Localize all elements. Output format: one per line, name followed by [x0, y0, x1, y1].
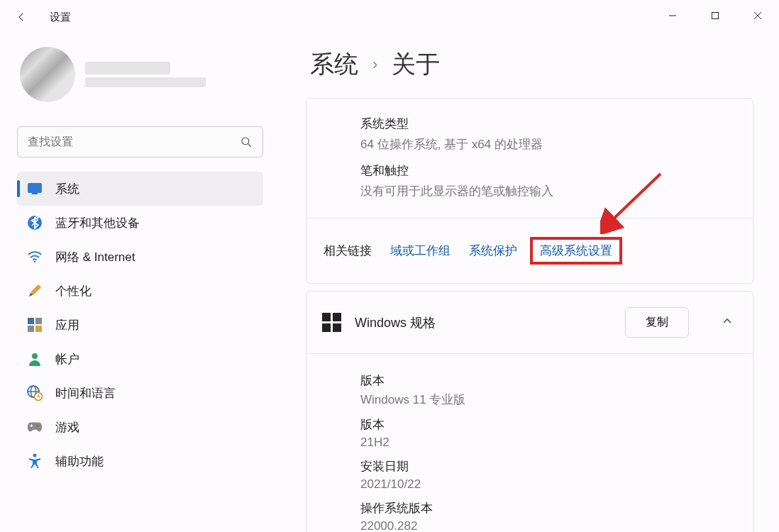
install-date-value: 2021/10/22 — [360, 477, 740, 492]
nav-personalize[interactable]: 个性化 — [17, 274, 263, 308]
svg-point-19 — [36, 425, 38, 426]
gamepad-icon — [27, 419, 43, 435]
window-title: 设置 — [50, 11, 71, 24]
close-icon — [753, 11, 762, 20]
nav-network[interactable]: 网络 & Internet — [17, 240, 263, 274]
breadcrumb-parent[interactable]: 系统 — [310, 48, 358, 81]
svg-rect-11 — [35, 318, 42, 324]
edition-value: Windows 11 专业版 — [360, 392, 740, 408]
search-icon — [240, 135, 253, 148]
search-input[interactable] — [28, 135, 240, 148]
os-build-value: 22000.282 — [360, 519, 740, 532]
close-button[interactable] — [736, 0, 779, 31]
wifi-icon — [27, 249, 43, 265]
svg-rect-7 — [32, 193, 38, 194]
breadcrumb-current: 关于 — [392, 48, 440, 81]
chevron-up-icon[interactable] — [719, 316, 736, 329]
profile-name-redacted — [85, 62, 170, 74]
accessibility-icon — [27, 453, 43, 469]
nav-bluetooth[interactable]: 蓝牙和其他设备 — [17, 206, 263, 240]
system-type-value: 64 位操作系统, 基于 x64 的处理器 — [360, 136, 740, 153]
nav-label: 网络 & Internet — [55, 249, 135, 265]
nav-label: 应用 — [55, 317, 79, 333]
minimize-button[interactable] — [651, 0, 694, 31]
svg-point-4 — [242, 138, 249, 145]
profile-section[interactable] — [17, 41, 263, 122]
maximize-button[interactable] — [694, 0, 736, 31]
windows-icon — [324, 315, 339, 331]
system-type-label: 系统类型 — [360, 116, 740, 132]
nav-label: 个性化 — [55, 283, 92, 299]
nav-account[interactable]: 帐户 — [17, 342, 263, 376]
windows-specs-card: Windows 规格 复制 版本 Windows 11 专业版 版本 21H2 … — [306, 291, 753, 532]
window-controls — [651, 0, 779, 31]
back-button[interactable] — [7, 3, 35, 31]
link-advanced-system-settings[interactable]: 高级系统设置 — [530, 237, 622, 265]
link-domain-workgroup[interactable]: 域或工作组 — [390, 243, 451, 259]
profile-email-redacted — [85, 77, 206, 87]
nav-list: 系统 蓝牙和其他设备 网络 & Internet 个性化 应用 帐户 — [17, 172, 263, 478]
person-icon — [27, 351, 43, 367]
svg-point-14 — [32, 353, 38, 359]
related-links-label: 相关链接 — [324, 243, 372, 259]
brush-icon — [27, 283, 43, 299]
arrow-left-icon — [15, 11, 28, 23]
chevron-right-icon: › — [372, 55, 377, 74]
nav-time[interactable]: 时间和语言 — [17, 376, 263, 410]
bluetooth-icon — [27, 215, 43, 231]
device-specs-card: 系统类型 64 位操作系统, 基于 x64 的处理器 笔和触控 没有可用于此显示… — [306, 98, 753, 284]
globe-clock-icon — [27, 385, 43, 401]
edition-label: 版本 — [360, 372, 740, 389]
install-date-label: 安装日期 — [360, 458, 740, 475]
sidebar: 系统 蓝牙和其他设备 网络 & Internet 个性化 应用 帐户 — [0, 34, 280, 532]
breadcrumb: 系统 › 关于 — [306, 48, 753, 81]
nav-system[interactable]: 系统 — [17, 172, 263, 206]
copy-button[interactable]: 复制 — [625, 307, 689, 338]
os-build-label: 操作系统版本 — [360, 500, 740, 516]
nav-label: 帐户 — [55, 351, 79, 367]
nav-label: 蓝牙和其他设备 — [55, 215, 140, 231]
pen-touch-value: 没有可用于此显示器的笔或触控输入 — [360, 183, 740, 199]
svg-point-9 — [34, 261, 35, 262]
svg-rect-13 — [35, 326, 42, 332]
avatar — [20, 47, 75, 102]
minimize-icon — [668, 11, 677, 20]
svg-rect-6 — [28, 183, 42, 193]
version-label: 版本 — [360, 416, 740, 433]
system-icon — [27, 181, 43, 196]
windows-specs-header[interactable]: Windows 规格 复制 — [306, 292, 753, 353]
svg-point-21 — [33, 454, 37, 458]
nav-label: 系统 — [55, 181, 79, 197]
search-box[interactable] — [17, 126, 263, 157]
pen-touch-label: 笔和触控 — [360, 162, 740, 179]
nav-label: 辅助功能 — [55, 453, 104, 470]
nav-label: 游戏 — [55, 419, 79, 436]
svg-rect-1 — [712, 13, 719, 19]
windows-specs-title: Windows 规格 — [355, 314, 609, 331]
svg-rect-12 — [28, 326, 34, 332]
svg-point-20 — [38, 427, 40, 428]
windows-specs-details: 版本 Windows 11 专业版 版本 21H2 安装日期 2021/10/2… — [306, 353, 753, 532]
profile-info — [85, 62, 206, 87]
svg-line-5 — [248, 144, 251, 147]
apps-icon — [27, 317, 43, 333]
nav-accessibility[interactable]: 辅助功能 — [17, 444, 263, 478]
maximize-icon — [711, 11, 719, 20]
related-links-row: 相关链接 域或工作组 系统保护 高级系统设置 — [306, 218, 753, 283]
link-system-protection[interactable]: 系统保护 — [469, 243, 517, 259]
nav-label: 时间和语言 — [55, 385, 116, 401]
svg-rect-10 — [28, 318, 34, 324]
nav-game[interactable]: 游戏 — [17, 410, 263, 444]
main-content: 系统 › 关于 系统类型 64 位操作系统, 基于 x64 的处理器 笔和触控 … — [280, 34, 779, 532]
version-value: 21H2 — [360, 436, 740, 450]
nav-apps[interactable]: 应用 — [17, 308, 263, 342]
